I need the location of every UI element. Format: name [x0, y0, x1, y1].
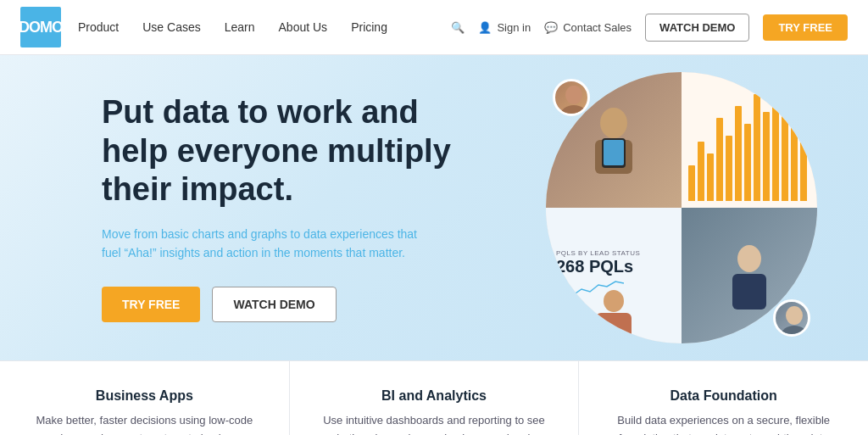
avatar-2 [773, 299, 810, 337]
card-desc-1: Make better, faster decisions using low-… [31, 412, 259, 435]
chart-bar [698, 142, 704, 201]
avatar-1 [553, 79, 590, 116]
card-desc-3: Build data experiences on a secure, flex… [609, 412, 837, 435]
card-business-apps: Business Apps Make better, faster decisi… [0, 361, 290, 435]
contact-sales-button[interactable]: 💬 Contact Sales [544, 21, 632, 34]
signin-button[interactable]: 👤 Sign in [478, 21, 531, 34]
hero-content: Put data to work and help everyone multi… [102, 93, 492, 322]
chart-bar [800, 97, 807, 201]
hero-collage: PQLs BY LEAD STATUS 268 PQLs [546, 72, 817, 343]
chart-bar [791, 82, 798, 201]
svg-rect-7 [732, 274, 766, 310]
hero-section: Put data to work and help everyone multi… [0, 55, 868, 360]
cards-section: Business Apps Make better, faster decisi… [0, 360, 868, 435]
hero-buttons: TRY FREE WATCH DEMO [102, 287, 492, 322]
stats-value: 268 PQLs [556, 257, 671, 276]
chart-bar [772, 88, 779, 201]
chat-icon: 💬 [544, 21, 558, 34]
chart-bar [782, 100, 788, 201]
nav-item-use-cases[interactable]: Use Cases [142, 20, 200, 34]
card-title-2: BI and Analytics [320, 388, 548, 404]
chart-bar [744, 124, 751, 201]
logo[interactable]: DOMO [20, 7, 61, 47]
card-data-foundation: Data Foundation Build data experiences o… [579, 361, 868, 435]
nav-item-about[interactable]: About Us [279, 20, 328, 34]
contact-label: Contact Sales [563, 21, 632, 34]
svg-point-0 [600, 108, 627, 138]
collage-q3: PQLs BY LEAD STATUS 268 PQLs [546, 208, 682, 343]
card-title-1: Business Apps [31, 388, 259, 404]
chart-bar [716, 118, 723, 201]
nav-item-product[interactable]: Product [78, 20, 119, 34]
card-bi-analytics: BI and Analytics Use intuitive dashboard… [290, 361, 580, 435]
chart-bar [688, 165, 695, 201]
nav-links: Product Use Cases Learn About Us Pricing [78, 20, 451, 34]
hero-subtext: Move from basic charts and graphs to dat… [102, 225, 424, 263]
hero-chart [682, 72, 817, 208]
hero-visual: PQLs BY LEAD STATUS 268 PQLs [546, 72, 817, 343]
chart-bar [707, 153, 714, 201]
chart-bar [754, 94, 760, 201]
stats-label: PQLs BY LEAD STATUS [556, 249, 671, 257]
card-desc-2: Use intuitive dashboards and reporting t… [320, 412, 548, 435]
svg-point-8 [565, 86, 582, 104]
navigation: DOMO Product Use Cases Learn About Us Pr… [0, 0, 868, 55]
try-free-hero-button[interactable]: TRY FREE [102, 287, 200, 322]
stats-box: PQLs BY LEAD STATUS 268 PQLs [546, 208, 682, 343]
svg-rect-5 [596, 313, 632, 340]
user-icon: 👤 [478, 21, 492, 34]
svg-rect-3 [604, 140, 624, 165]
collage-q2 [682, 72, 817, 208]
try-free-nav-button[interactable]: TRY FREE [763, 14, 848, 41]
search-button[interactable]: 🔍 [451, 21, 465, 34]
watch-demo-nav-button[interactable]: WATCH DEMO [645, 14, 749, 42]
search-icon: 🔍 [451, 21, 465, 34]
hero-heading: Put data to work and help everyone multi… [102, 93, 492, 209]
chart-bar [735, 106, 742, 201]
nav-right: 🔍 👤 Sign in 💬 Contact Sales WATCH DEMO T… [451, 14, 848, 42]
card-title-3: Data Foundation [609, 388, 837, 404]
svg-point-4 [604, 290, 624, 312]
chart-bar [763, 112, 770, 201]
watch-demo-hero-button[interactable]: WATCH DEMO [212, 287, 336, 322]
svg-point-10 [786, 306, 803, 325]
nav-item-pricing[interactable]: Pricing [351, 20, 387, 34]
chart-bar [726, 136, 732, 201]
nav-item-learn[interactable]: Learn [225, 20, 255, 34]
logo-text: DOMO [19, 19, 63, 36]
signin-label: Sign in [497, 21, 531, 34]
svg-point-6 [737, 245, 761, 272]
